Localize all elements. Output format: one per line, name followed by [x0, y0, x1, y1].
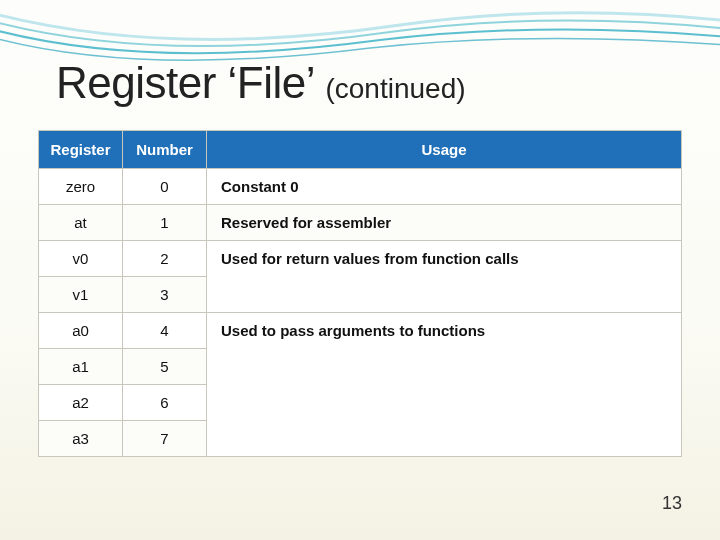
table-row: v02Used for return values from function … [39, 241, 682, 277]
cell-usage: Used for return values from function cal… [207, 241, 682, 313]
cell-register: v0 [39, 241, 123, 277]
slide-title: Register ‘File’ (continued) [56, 58, 466, 108]
cell-register: a1 [39, 349, 123, 385]
title-continued: (continued) [325, 73, 465, 104]
table-header-row: Register Number Usage [39, 131, 682, 169]
cell-usage: Reserved for assembler [207, 205, 682, 241]
table-row: at1Reserved for assembler [39, 205, 682, 241]
cell-register: a0 [39, 313, 123, 349]
cell-register: zero [39, 169, 123, 205]
table-row: a04Used to pass arguments to functions [39, 313, 682, 349]
header-register: Register [39, 131, 123, 169]
cell-number: 1 [123, 205, 207, 241]
table-row: zero0Constant 0 [39, 169, 682, 205]
cell-number: 0 [123, 169, 207, 205]
cell-number: 7 [123, 421, 207, 457]
cell-register: v1 [39, 277, 123, 313]
page-number: 13 [662, 493, 682, 514]
cell-number: 2 [123, 241, 207, 277]
cell-register: a2 [39, 385, 123, 421]
header-number: Number [123, 131, 207, 169]
cell-usage: Used to pass arguments to functions [207, 313, 682, 457]
cell-usage: Constant 0 [207, 169, 682, 205]
title-main: Register ‘File’ [56, 58, 315, 107]
cell-register: a3 [39, 421, 123, 457]
header-usage: Usage [207, 131, 682, 169]
table-body: zero0Constant 0at1Reserved for assembler… [39, 169, 682, 457]
cell-number: 4 [123, 313, 207, 349]
cell-number: 5 [123, 349, 207, 385]
cell-number: 6 [123, 385, 207, 421]
register-table: Register Number Usage zero0Constant 0at1… [38, 130, 682, 457]
cell-number: 3 [123, 277, 207, 313]
cell-register: at [39, 205, 123, 241]
